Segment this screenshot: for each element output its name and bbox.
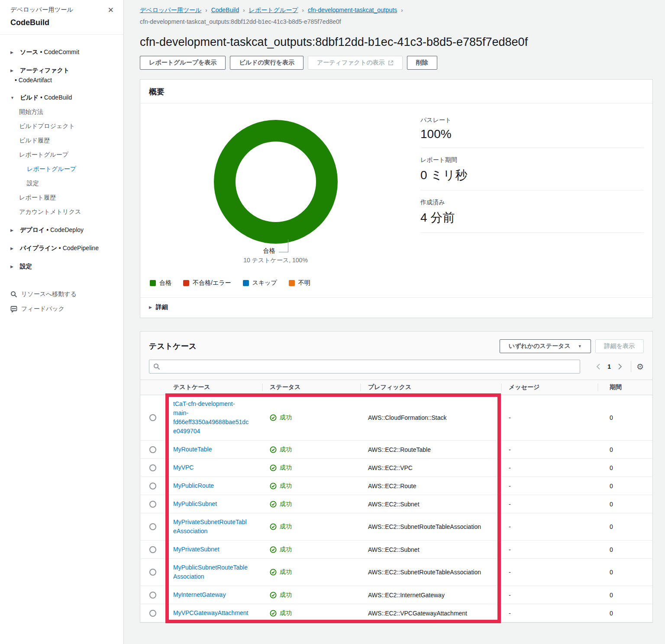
sidebar-item[interactable]: ▶ソース • CodeCommit xyxy=(10,48,113,56)
testcase-link[interactable]: MyVPCGatewayAttachment xyxy=(173,604,249,622)
testcase-link[interactable]: MyPublicSubnet xyxy=(173,495,217,513)
status-label: 成功 xyxy=(280,523,292,531)
row-radio-button[interactable] xyxy=(149,483,156,489)
stat-label: パスレート xyxy=(420,116,644,124)
sidebar-item-label: 開始方法 xyxy=(19,108,43,115)
testcase-link[interactable]: MyPublicSubnetRouteTableAssociation xyxy=(173,559,249,586)
legend-label: 不合格/エラー xyxy=(193,279,231,287)
donut-chart: 合格 10 テストケース, 100% 合格 不合格/エラー xyxy=(149,108,402,297)
close-icon[interactable]: ✕ xyxy=(108,6,114,14)
sidebar-item[interactable]: ビルドプロジェクト xyxy=(10,122,113,130)
column-header-testcase[interactable]: テストケース xyxy=(165,383,262,391)
breadcrumb-link[interactable]: CodeBuild xyxy=(211,6,239,13)
donut-callout-sublabel: 10 テストケース, 100% xyxy=(149,257,402,264)
action-button-label: アーティファクトの表示 xyxy=(317,59,385,67)
sidebar-item[interactable]: レポートグループ xyxy=(10,165,113,173)
status-label: 成功 xyxy=(280,609,292,617)
sidebar-item[interactable]: ▶設定 xyxy=(10,263,113,270)
sidebar-item[interactable]: レポート履歴 xyxy=(10,194,113,202)
message-cell: - xyxy=(501,501,597,508)
breadcrumb-link[interactable]: cfn-development-taskcat_outputs xyxy=(308,6,397,13)
callout-connector-line xyxy=(279,239,288,252)
legend-item: 不明 xyxy=(289,279,310,287)
sidebar-item-label: ビルド履歴 xyxy=(19,137,50,144)
column-header-duration[interactable]: 期間 xyxy=(597,383,652,391)
donut-chart-svg xyxy=(213,119,339,245)
column-header-prefix[interactable]: プレフィックス xyxy=(360,383,501,391)
action-button[interactable]: 削除 xyxy=(407,56,437,70)
next-page-button[interactable] xyxy=(615,361,625,372)
prefix-cell: AWS::CloudFormation::Stack xyxy=(360,414,501,421)
row-radio-button[interactable] xyxy=(149,464,156,471)
status-filter-dropdown[interactable]: いずれかのステータス ▼ xyxy=(500,339,591,353)
column-header-status[interactable]: ステータス xyxy=(262,383,360,391)
stat-label: レポート期間 xyxy=(420,156,644,164)
column-header-message[interactable]: メッセージ xyxy=(501,383,597,391)
row-radio-button[interactable] xyxy=(149,414,156,421)
previous-page-button[interactable] xyxy=(594,361,603,372)
legend-swatch xyxy=(243,280,249,286)
sidebar-item-label: アカウントメトリクス xyxy=(19,208,81,215)
sidebar-item-label: パイプライン xyxy=(20,245,57,251)
sidebar-item[interactable]: ▶デプロイ • CodeDeploy xyxy=(10,226,113,234)
row-radio-button[interactable] xyxy=(149,546,156,553)
breadcrumb-separator-icon: › xyxy=(401,7,403,13)
sidebar: デベロッパー用ツール ✕ CodeBuild ▶ソース • CodeCommit… xyxy=(0,0,124,644)
sidebar-item[interactable]: 開始方法 xyxy=(10,108,113,116)
sidebar-header: デベロッパー用ツール ✕ CodeBuild xyxy=(0,6,123,35)
testcase-link[interactable]: MyRouteTable xyxy=(173,441,212,458)
success-check-icon xyxy=(270,546,277,553)
status-cell: 成功 xyxy=(270,609,360,617)
row-radio-button[interactable] xyxy=(149,523,156,530)
sidebar-item[interactable]: ビルド履歴 xyxy=(10,137,113,145)
search-input[interactable] xyxy=(149,360,580,374)
chart-legend: 合格 不合格/エラー スキップ xyxy=(150,279,402,297)
row-radio-button[interactable] xyxy=(149,501,156,508)
action-button[interactable]: レポートグループを表示 xyxy=(140,56,226,70)
testcase-link[interactable]: MyPublicRoute xyxy=(173,477,214,495)
goto-resource-link[interactable]: リソースへ移動する xyxy=(10,290,113,298)
action-buttons: レポートグループを表示 ビルドの実行を表示 アーティファクトの表示 削除 xyxy=(140,56,653,70)
legend-item: スキップ xyxy=(243,279,277,287)
status-filter-label: いずれかのステータス xyxy=(509,342,571,350)
details-expander[interactable]: ▶詳細 xyxy=(140,297,652,318)
message-cell: - xyxy=(501,546,597,553)
prefix-cell: AWS::EC2::InternetGateway xyxy=(360,592,501,599)
sidebar-item[interactable]: ▶アーティファクト • CodeArtifact xyxy=(10,67,113,84)
divider xyxy=(631,361,631,372)
success-check-icon xyxy=(270,592,277,599)
testcase-link[interactable]: MyVPC xyxy=(173,459,194,477)
status-cell: 成功 xyxy=(270,446,360,454)
sidebar-item-label: 設定 xyxy=(20,263,32,270)
sidebar-item[interactable]: 設定 xyxy=(10,180,113,187)
breadcrumb-link[interactable]: レポートグループ xyxy=(249,6,298,13)
sidebar-item-label: デプロイ xyxy=(20,226,45,233)
action-button[interactable]: アーティファクトの表示 xyxy=(308,56,403,70)
legend-label: スキップ xyxy=(252,279,277,287)
testcase-link[interactable]: tCaT-cfn-development-main-fd66eff3350a49… xyxy=(173,395,249,440)
sidebar-item[interactable]: ▼ビルド • CodeBuild xyxy=(10,94,113,102)
action-button[interactable]: ビルドの実行を表示 xyxy=(230,56,303,70)
sidebar-item[interactable]: ▶パイプライン • CodePipeline xyxy=(10,245,113,252)
show-details-button[interactable]: 詳細を表示 xyxy=(595,339,644,353)
prefix-cell: AWS::EC2::Subnet xyxy=(360,501,501,508)
table-row: MyPrivateSubnetRouteTableAssociation 成功 … xyxy=(140,513,652,541)
row-radio-button[interactable] xyxy=(149,569,156,576)
success-check-icon xyxy=(270,610,277,617)
testcase-link[interactable]: MyPrivateSubnet xyxy=(173,541,220,558)
chevron-icon: ▶ xyxy=(10,50,16,55)
testcase-link[interactable]: MyInternetGateway xyxy=(173,586,226,604)
message-cell: - xyxy=(501,414,597,421)
row-radio-button[interactable] xyxy=(149,592,156,599)
gear-icon[interactable]: ⚙ xyxy=(636,363,644,371)
row-radio-button[interactable] xyxy=(149,610,156,617)
row-radio-button[interactable] xyxy=(149,446,156,453)
sidebar-item-service: • CodeBuild xyxy=(40,94,72,101)
sidebar-item[interactable]: レポートグループ xyxy=(10,151,113,159)
table-row: MyPublicSubnetRouteTableAssociation 成功 A… xyxy=(140,559,652,586)
testcase-link[interactable]: MyPrivateSubnetRouteTableAssociation xyxy=(173,513,249,540)
breadcrumb-link[interactable]: デベロッパー用ツール xyxy=(140,6,201,13)
sidebar-item[interactable]: アカウントメトリクス xyxy=(10,208,113,216)
prefix-cell: AWS::EC2::VPCGatewayAttachment xyxy=(360,610,501,617)
feedback-link[interactable]: フィードバック xyxy=(10,305,113,313)
